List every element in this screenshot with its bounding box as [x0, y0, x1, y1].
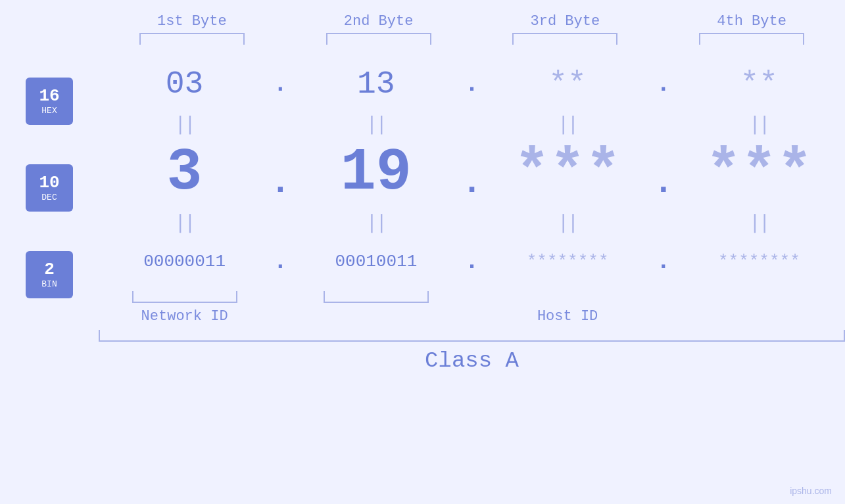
bin-cell-4: ********	[673, 252, 845, 271]
hex-row: 03 . 13 . ** . **	[99, 58, 845, 110]
badge-bin: 2 BIN	[26, 251, 73, 298]
big-bracket-wrapper	[99, 330, 845, 342]
equals-8: ||	[750, 212, 769, 233]
bin-val-4: ********	[718, 252, 800, 271]
host-id-label: Host ID	[537, 308, 598, 325]
equals-1: ||	[175, 113, 195, 135]
bin-val-2: 00010011	[335, 252, 417, 271]
hex-sep-2: .	[462, 71, 482, 98]
dec-val-1: 3	[167, 139, 203, 206]
dec-sep-2: .	[462, 164, 482, 202]
equals-6: ||	[366, 212, 386, 233]
top-bracket-4	[699, 33, 804, 45]
badge-hex: 16 HEX	[26, 78, 73, 125]
hex-val-2: 13	[357, 66, 395, 102]
dec-cell-4: ***	[673, 139, 845, 206]
dec-sep-3: .	[654, 164, 673, 202]
hex-cell-1: 03	[99, 66, 270, 102]
id-labels-row: Network ID Host ID	[99, 308, 845, 325]
bin-sep-3: .	[654, 248, 673, 275]
badge-dec-label: DEC	[41, 193, 57, 202]
hex-cell-2: 13	[290, 66, 462, 102]
badges-column: 16 HEX 10 DEC 2 BIN	[0, 58, 99, 298]
hex-val-3: **	[548, 66, 587, 102]
dec-sep-1: .	[270, 164, 290, 202]
bin-cell-2: 00010011	[290, 252, 462, 271]
rows-container: 03 . 13 . ** . ** || ||	[99, 58, 845, 373]
hex-cell-3: **	[482, 66, 654, 102]
equals-7: ||	[558, 212, 577, 233]
equals-row-1: || || || ||	[99, 110, 845, 137]
equals-5: ||	[175, 212, 195, 233]
dec-val-3: ***	[514, 139, 621, 206]
dec-val-2: 19	[341, 139, 412, 206]
big-bracket	[99, 330, 845, 342]
class-label: Class A	[425, 348, 519, 373]
top-bracket-2	[326, 33, 431, 45]
bin-sep-1: .	[270, 248, 290, 275]
network-id-label: Network ID	[141, 308, 228, 325]
byte-label-4: 4th Byte	[658, 13, 845, 30]
badge-bin-number: 2	[44, 261, 55, 278]
top-bracket-1	[139, 33, 245, 45]
bottom-bracket-2	[324, 291, 429, 303]
bin-row: 00000011 . 00010011 . ******** . *******…	[99, 235, 845, 288]
class-label-row: Class A	[99, 348, 845, 373]
bin-cell-3: ********	[482, 252, 654, 271]
hex-cell-4: **	[673, 66, 845, 102]
content-area: 16 HEX 10 DEC 2 BIN 03 . 13	[0, 58, 845, 373]
bottom-bracket-4-space	[706, 291, 811, 303]
equals-row-2: || || || ||	[99, 209, 845, 235]
bin-sep-2: .	[462, 248, 482, 275]
hex-sep-1: .	[270, 71, 290, 98]
hex-sep-3: .	[654, 71, 673, 98]
bottom-brackets-row	[99, 291, 845, 303]
equals-2: ||	[366, 113, 386, 135]
badge-dec-number: 10	[39, 174, 59, 191]
byte-label-2: 2nd Byte	[285, 13, 472, 30]
hex-val-4: **	[740, 66, 779, 102]
bottom-bracket-1	[132, 291, 237, 303]
dec-cell-2: 19	[290, 139, 462, 206]
dec-val-4: ***	[706, 139, 812, 206]
byte-label-1: 1st Byte	[99, 13, 285, 30]
dec-cell-3: ***	[482, 139, 654, 206]
bin-val-3: ********	[527, 252, 609, 271]
dec-cell-1: 3	[99, 139, 270, 206]
top-brackets-row	[0, 33, 845, 45]
byte-labels-row: 1st Byte 2nd Byte 3rd Byte 4th Byte	[0, 13, 845, 30]
dec-row: 3 . 19 . *** . ***	[99, 137, 845, 209]
main-container: 1st Byte 2nd Byte 3rd Byte 4th Byte 16 H…	[0, 0, 845, 504]
watermark: ipshu.com	[790, 486, 832, 496]
badge-hex-number: 16	[39, 87, 59, 104]
equals-3: ||	[558, 113, 577, 135]
bottom-bracket-3-space	[515, 291, 620, 303]
bin-cell-1: 00000011	[99, 252, 270, 271]
badge-hex-label: HEX	[41, 106, 57, 116]
badge-dec: 10 DEC	[26, 164, 73, 212]
badge-bin-label: BIN	[41, 279, 57, 289]
bin-val-1: 00000011	[143, 252, 226, 271]
hex-val-1: 03	[166, 66, 204, 102]
equals-4: ||	[750, 113, 769, 135]
byte-label-3: 3rd Byte	[472, 13, 659, 30]
top-bracket-3	[512, 33, 617, 45]
